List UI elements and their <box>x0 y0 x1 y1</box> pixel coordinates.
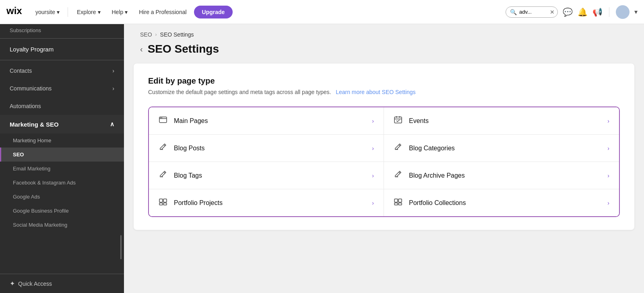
svg-rect-20 <box>398 203 402 205</box>
card-icon-main-pages <box>159 115 167 126</box>
page-type-card-portfolio-projects[interactable]: Portfolio Projects › <box>149 189 384 216</box>
svg-rect-16 <box>163 203 167 205</box>
sidebar-item-seo[interactable]: SEO <box>0 148 124 162</box>
search-bar[interactable]: 🔍 ✕ <box>506 6 558 18</box>
card-left-blog-posts: Blog Posts <box>159 143 204 154</box>
page-type-card-blog-categories[interactable]: Blog Categories › <box>384 135 619 162</box>
messages-icon[interactable]: 💬 <box>563 7 573 17</box>
sidebar-item-subscriptions[interactable]: Subscriptions <box>0 24 124 37</box>
sidebar-item-quick-access[interactable]: ✦ Quick Access <box>0 274 124 293</box>
hire-professional-link[interactable]: Hire a Professional <box>135 7 190 17</box>
svg-rect-13 <box>159 199 163 202</box>
card-icon-blog-archive <box>394 170 402 181</box>
page-type-grid: Main Pages › Events › Blog Posts › Blog … <box>148 107 620 217</box>
page-type-card-blog-posts[interactable]: Blog Posts › <box>149 135 384 162</box>
card-label-blog-categories: Blog Categories <box>409 145 455 152</box>
card-arrow-blog-posts: › <box>372 145 374 152</box>
breadcrumb: SEO › SEO Settings <box>124 24 644 41</box>
sidebar-item-email-marketing[interactable]: Email Marketing <box>0 162 124 176</box>
page-type-card-events[interactable]: Events › <box>384 107 619 135</box>
page-type-card-blog-archive[interactable]: Blog Archive Pages › <box>384 162 619 189</box>
svg-rect-5 <box>394 117 402 123</box>
card-arrow-events: › <box>607 118 609 124</box>
page-type-card-main-pages[interactable]: Main Pages › <box>149 107 384 135</box>
card-left-events: Events <box>394 115 429 126</box>
communications-chevron-icon: › <box>112 85 114 92</box>
card-label-events: Events <box>409 117 429 125</box>
svg-rect-18 <box>398 199 402 202</box>
card-arrow-portfolio-collections: › <box>607 200 609 206</box>
user-avatar[interactable] <box>616 5 630 19</box>
seo-content-panel: Edit by page type Customize the default … <box>134 64 634 230</box>
close-icon[interactable]: ✕ <box>550 9 555 15</box>
svg-rect-14 <box>163 199 167 202</box>
svg-rect-17 <box>394 199 398 202</box>
main-layout: Subscriptions Loyalty Program Contacts ›… <box>0 24 644 293</box>
back-arrow-button[interactable]: ‹ <box>140 45 143 53</box>
search-input[interactable] <box>519 9 547 15</box>
edit-section-description: Customize the default page settings and … <box>148 89 620 95</box>
svg-line-12 <box>399 172 400 173</box>
card-arrow-blog-categories: › <box>607 145 609 152</box>
sidebar-item-communications[interactable]: Communications › <box>0 80 124 97</box>
card-label-portfolio-projects: Portfolio Projects <box>174 199 223 207</box>
card-left-blog-archive: Blog Archive Pages <box>394 170 465 181</box>
nav-divider <box>68 7 68 17</box>
svg-line-11 <box>164 172 165 173</box>
card-icon-portfolio-projects <box>159 197 167 208</box>
sidebar-item-fb-ig-ads[interactable]: Facebook & Instagram Ads <box>0 176 124 190</box>
help-chevron-icon: ▾ <box>125 9 128 15</box>
page-title: SEO Settings <box>148 43 219 55</box>
sidebar-divider-2 <box>0 60 124 60</box>
breadcrumb-separator: › <box>155 32 157 37</box>
card-icon-blog-categories <box>394 143 402 154</box>
sidebar-item-loyalty[interactable]: Loyalty Program <box>0 40 124 58</box>
card-arrow-portfolio-projects: › <box>372 200 374 206</box>
card-label-portfolio-collections: Portfolio Collections <box>409 199 466 207</box>
card-icon-blog-posts <box>159 143 167 154</box>
explore-menu[interactable]: Explore ▾ <box>73 7 104 17</box>
avatar-chevron-icon[interactable]: ▾ <box>634 8 638 16</box>
card-left-portfolio-collections: Portfolio Collections <box>394 197 466 208</box>
svg-text:wix: wix <box>6 5 22 16</box>
broadcast-icon[interactable]: 📢 <box>592 7 603 17</box>
topnav-right-section: 🔍 ✕ 💬 🔔 📢 ▾ <box>506 5 638 19</box>
page-type-card-blog-tags[interactable]: Blog Tags › <box>149 162 384 189</box>
main-content: SEO › SEO Settings ‹ SEO Settings Edit b… <box>124 24 644 293</box>
svg-rect-19 <box>394 203 398 205</box>
card-arrow-main-pages: › <box>372 118 374 124</box>
breadcrumb-seo-settings: SEO Settings <box>160 31 194 38</box>
page-header: ‹ SEO Settings <box>124 41 644 64</box>
upgrade-button[interactable]: Upgrade <box>194 6 233 18</box>
notifications-icon[interactable]: 🔔 <box>578 7 588 17</box>
sidebar-item-contacts[interactable]: Contacts › <box>0 62 124 80</box>
explore-chevron-icon: ▾ <box>98 9 101 15</box>
card-label-blog-archive: Blog Archive Pages <box>409 172 465 179</box>
help-menu[interactable]: Help ▾ <box>108 7 132 17</box>
wix-logo[interactable]: wix <box>6 5 26 18</box>
site-name: yoursite <box>35 9 55 15</box>
card-icon-portfolio-collections <box>394 197 402 208</box>
chevron-down-icon: ▾ <box>57 9 60 15</box>
learn-more-link[interactable]: Learn more about SEO Settings <box>336 89 415 95</box>
sidebar-item-google-ads[interactable]: Google Ads <box>0 190 124 204</box>
quick-access-icon: ✦ <box>10 280 15 287</box>
edit-section-title: Edit by page type <box>148 76 620 86</box>
top-navigation: wix yoursite ▾ Explore ▾ Help ▾ Hire a P… <box>0 0 644 24</box>
sidebar-item-automations[interactable]: Automations <box>0 97 124 115</box>
sidebar-section-marketing-seo[interactable]: Marketing & SEO ∧ <box>0 115 124 133</box>
page-type-card-portfolio-collections[interactable]: Portfolio Collections › <box>384 189 619 216</box>
card-left-main-pages: Main Pages <box>159 115 208 126</box>
sidebar-item-google-business[interactable]: Google Business Profile <box>0 204 124 218</box>
sidebar-item-marketing-home[interactable]: Marketing Home <box>0 133 124 148</box>
breadcrumb-seo[interactable]: SEO <box>140 31 152 38</box>
sidebar-item-social-media[interactable]: Social Media Marketing <box>0 218 124 232</box>
contacts-chevron-icon: › <box>112 68 114 74</box>
card-label-blog-tags: Blog Tags <box>174 172 202 179</box>
sidebar-divider <box>0 38 124 39</box>
nav-divider-right <box>609 7 609 17</box>
site-selector[interactable]: yoursite ▾ <box>32 7 63 17</box>
card-arrow-blog-tags: › <box>372 172 374 179</box>
card-left-portfolio-projects: Portfolio Projects <box>159 197 223 208</box>
svg-line-9 <box>164 145 165 146</box>
